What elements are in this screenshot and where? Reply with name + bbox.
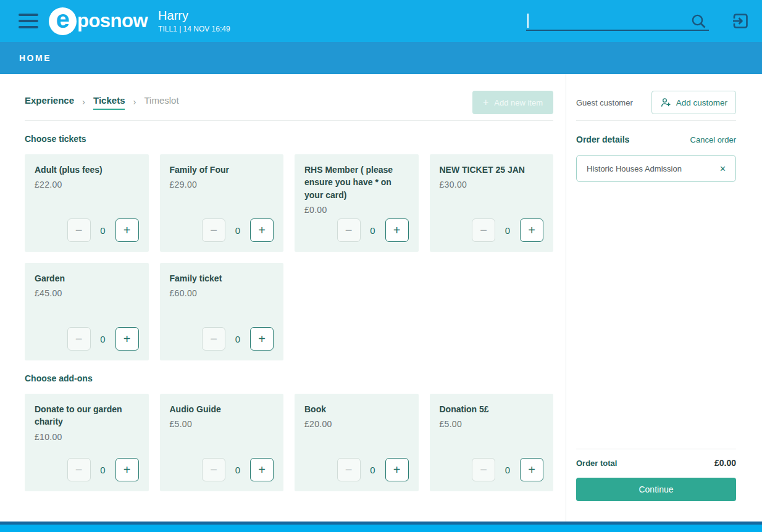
decrease-quantity-button[interactable]: − (202, 327, 225, 351)
decrease-quantity-button[interactable]: − (337, 458, 361, 481)
quantity-stepper: − 0 + (170, 218, 274, 242)
minus-icon: − (480, 463, 487, 477)
quantity-stepper: − 0 + (35, 218, 139, 242)
hamburger-menu-icon[interactable] (19, 14, 38, 28)
product-name: NEW TICKET 25 JAN (440, 164, 544, 176)
product-price: £10.00 (35, 432, 139, 442)
increase-quantity-button[interactable]: + (385, 458, 409, 481)
logout-icon[interactable] (731, 12, 750, 32)
quantity-value: 0 (503, 465, 512, 475)
continue-button[interactable]: Continue (576, 478, 736, 501)
product-name: Family of Four (170, 164, 274, 176)
minus-icon: − (75, 223, 83, 238)
ticket-selection-panel: Experience › Tickets › Timeslot + Add ne… (0, 74, 566, 522)
plus-icon: + (124, 223, 131, 238)
operator-info: Harry TILL1 | 14 NOV 16:49 (158, 9, 230, 33)
order-total-label: Order total (576, 459, 617, 468)
decrease-quantity-button[interactable]: − (67, 327, 91, 351)
order-items-list: Historic Houses Admission ✕ (576, 144, 736, 182)
decrease-quantity-button[interactable]: − (67, 218, 91, 242)
increase-quantity-button[interactable]: + (115, 218, 139, 242)
guest-customer-label: Guest customer (576, 98, 633, 107)
quantity-stepper: − 0 + (304, 218, 409, 242)
product-price: £45.00 (35, 288, 139, 298)
quantity-stepper: − 0 + (440, 218, 544, 242)
product-card: Family ticket £60.00 − 0 + (160, 263, 284, 360)
breadcrumb: Experience › Tickets › Timeslot (25, 95, 179, 110)
add-new-item-button[interactable]: + Add new item (472, 91, 553, 114)
product-price: £22.00 (35, 180, 139, 189)
decrease-quantity-button[interactable]: − (202, 458, 225, 481)
quantity-value: 0 (99, 465, 107, 475)
remove-item-icon[interactable]: ✕ (719, 164, 726, 173)
chevron-right-icon: › (82, 96, 85, 109)
divider (25, 120, 553, 121)
minus-icon: − (210, 463, 217, 477)
order-total-row: Order total £0.00 (576, 458, 736, 468)
increase-quantity-button[interactable]: + (520, 458, 543, 481)
order-details-row: Order details Cancel order (576, 135, 736, 144)
search-field (526, 12, 709, 31)
increase-quantity-button[interactable]: + (385, 218, 409, 242)
eposnow-logo: e posnow (49, 7, 148, 35)
increase-quantity-button[interactable]: + (250, 458, 274, 481)
product-name: Audio Guide (170, 403, 274, 415)
breadcrumb-experience[interactable]: Experience (25, 95, 74, 110)
quantity-stepper: − 0 + (170, 327, 274, 351)
plus-icon: + (258, 463, 266, 477)
pos-window: e posnow Harry TILL1 | 14 NOV 16:49 (0, 0, 762, 532)
divider (576, 120, 736, 121)
search-icon[interactable] (690, 12, 708, 33)
decrease-quantity-button[interactable]: − (472, 458, 495, 481)
minus-icon: − (345, 463, 353, 477)
order-sidebar: Guest customer Add customer Order detail… (566, 74, 762, 522)
plus-icon: + (393, 223, 401, 238)
product-card: Garden £45.00 − 0 + (25, 263, 149, 360)
product-card: Adult (plus fees) £22.00 − 0 + (25, 154, 149, 252)
product-card: Family of Four £29.00 − 0 + (160, 154, 284, 252)
quantity-stepper: − 0 + (35, 327, 139, 351)
quantity-value: 0 (503, 225, 512, 236)
tickets-grid: Adult (plus fees) £22.00 − 0 + Family of… (25, 154, 553, 360)
increase-quantity-button[interactable]: + (250, 327, 274, 351)
decrease-quantity-button[interactable]: − (472, 218, 495, 242)
increase-quantity-button[interactable]: + (250, 218, 274, 242)
search-input[interactable] (526, 12, 709, 30)
product-name: Donate to our garden charity (35, 403, 139, 428)
breadcrumb-tickets[interactable]: Tickets (93, 95, 125, 110)
tab-home[interactable]: HOME (19, 53, 51, 63)
nav-bar: HOME (0, 42, 762, 74)
add-customer-button[interactable]: Add customer (651, 91, 736, 114)
product-card: Audio Guide £5.00 − 0 + (160, 394, 284, 491)
decrease-quantity-button[interactable]: − (202, 218, 225, 242)
addons-grid: Donate to our garden charity £10.00 − 0 … (25, 394, 553, 491)
increase-quantity-button[interactable]: + (115, 327, 139, 351)
quantity-stepper: − 0 + (304, 458, 409, 481)
order-details-title: Order details (576, 135, 629, 144)
plus-icon: + (124, 463, 131, 477)
quantity-stepper: − 0 + (170, 458, 274, 481)
product-price: £5.00 (440, 419, 544, 429)
product-price: £0.00 (304, 205, 409, 215)
quantity-value: 0 (233, 465, 242, 475)
product-price: £5.00 (170, 419, 274, 429)
section-title-addons: Choose add-ons (25, 373, 553, 383)
product-name: RHS Member ( please ensure you have * on… (304, 164, 409, 201)
main-layout: Experience › Tickets › Timeslot + Add ne… (0, 74, 762, 522)
product-price: £60.00 (170, 288, 274, 298)
decrease-quantity-button[interactable]: − (337, 218, 361, 242)
increase-quantity-button[interactable]: + (520, 218, 543, 242)
product-name: Donation 5£ (440, 403, 544, 415)
cancel-order-link[interactable]: Cancel order (690, 135, 736, 144)
product-name: Book (304, 403, 409, 415)
quantity-value: 0 (369, 465, 377, 475)
plus-icon: + (528, 223, 535, 238)
quantity-stepper: − 0 + (440, 458, 544, 481)
till-status: TILL1 | 14 NOV 16:49 (158, 25, 230, 33)
increase-quantity-button[interactable]: + (115, 458, 139, 481)
product-price: £20.00 (304, 419, 409, 429)
decrease-quantity-button[interactable]: − (67, 458, 91, 481)
app-header: e posnow Harry TILL1 | 14 NOV 16:49 (0, 0, 762, 42)
quantity-value: 0 (99, 225, 107, 236)
product-name: Adult (plus fees) (35, 164, 139, 176)
